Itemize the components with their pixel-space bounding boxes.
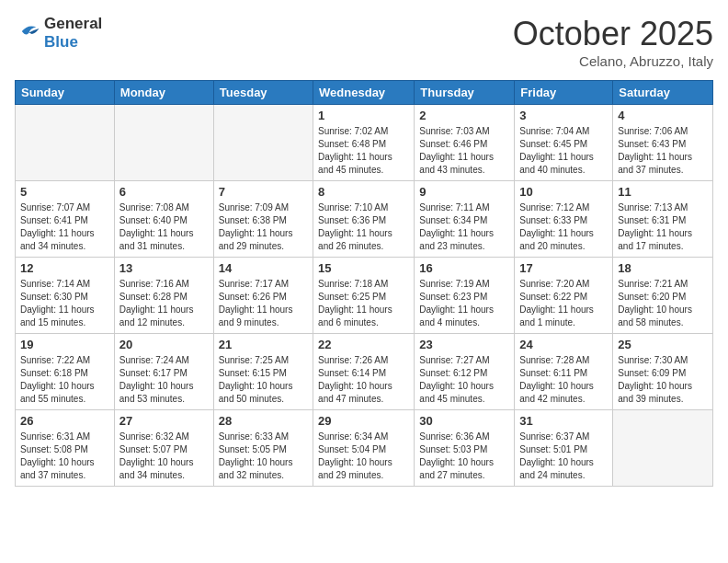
calendar-week-row: 19Sunrise: 7:22 AM Sunset: 6:18 PM Dayli… bbox=[16, 334, 713, 410]
calendar-cell: 10Sunrise: 7:12 AM Sunset: 6:33 PM Dayli… bbox=[515, 181, 613, 258]
weekday-header: Saturday bbox=[613, 81, 713, 105]
calendar-cell: 27Sunrise: 6:32 AM Sunset: 5:07 PM Dayli… bbox=[114, 410, 213, 487]
day-number: 26 bbox=[20, 414, 109, 428]
day-number: 16 bbox=[419, 261, 509, 275]
calendar-cell: 19Sunrise: 7:22 AM Sunset: 6:18 PM Dayli… bbox=[16, 334, 115, 410]
day-number: 29 bbox=[318, 414, 409, 428]
day-info: Sunrise: 7:18 AM Sunset: 6:25 PM Dayligh… bbox=[318, 278, 409, 329]
location: Celano, Abruzzo, Italy bbox=[513, 53, 713, 69]
logo-blue: Blue bbox=[44, 33, 78, 51]
day-info: Sunrise: 6:34 AM Sunset: 5:04 PM Dayligh… bbox=[318, 431, 409, 482]
day-number: 13 bbox=[119, 261, 209, 275]
calendar-cell: 25Sunrise: 7:30 AM Sunset: 6:09 PM Dayli… bbox=[613, 334, 713, 410]
title-block: October 2025 Celano, Abruzzo, Italy bbox=[513, 15, 713, 69]
day-info: Sunrise: 7:17 AM Sunset: 6:26 PM Dayligh… bbox=[219, 278, 308, 329]
weekday-header: Tuesday bbox=[213, 81, 313, 105]
day-info: Sunrise: 7:16 AM Sunset: 6:28 PM Dayligh… bbox=[119, 278, 209, 329]
day-info: Sunrise: 7:07 AM Sunset: 6:41 PM Dayligh… bbox=[20, 201, 109, 253]
day-number: 11 bbox=[618, 185, 708, 199]
day-info: Sunrise: 7:24 AM Sunset: 6:17 PM Dayligh… bbox=[119, 354, 209, 406]
day-info: Sunrise: 7:06 AM Sunset: 6:43 PM Dayligh… bbox=[618, 125, 708, 177]
day-info: Sunrise: 7:14 AM Sunset: 6:30 PM Dayligh… bbox=[20, 278, 109, 329]
bird-icon bbox=[15, 21, 40, 41]
calendar-cell: 23Sunrise: 7:27 AM Sunset: 6:12 PM Dayli… bbox=[415, 334, 515, 410]
day-number: 14 bbox=[219, 261, 308, 275]
day-number: 15 bbox=[318, 261, 409, 275]
calendar-week-row: 1Sunrise: 7:02 AM Sunset: 6:48 PM Daylig… bbox=[16, 105, 713, 181]
calendar-cell: 30Sunrise: 6:36 AM Sunset: 5:03 PM Dayli… bbox=[415, 410, 515, 487]
calendar-cell: 20Sunrise: 7:24 AM Sunset: 6:17 PM Dayli… bbox=[114, 334, 213, 410]
calendar-table: SundayMondayTuesdayWednesdayThursdayFrid… bbox=[15, 80, 713, 487]
day-number: 30 bbox=[419, 414, 509, 428]
calendar-cell: 24Sunrise: 7:28 AM Sunset: 6:11 PM Dayli… bbox=[515, 334, 613, 410]
day-number: 8 bbox=[318, 185, 409, 199]
day-number: 17 bbox=[519, 261, 608, 275]
day-number: 21 bbox=[219, 338, 308, 351]
day-info: Sunrise: 7:21 AM Sunset: 6:20 PM Dayligh… bbox=[618, 278, 708, 329]
calendar-cell: 8Sunrise: 7:10 AM Sunset: 6:36 PM Daylig… bbox=[313, 181, 415, 258]
calendar-cell: 12Sunrise: 7:14 AM Sunset: 6:30 PM Dayli… bbox=[16, 258, 115, 334]
day-number: 18 bbox=[618, 261, 708, 275]
calendar-cell: 5Sunrise: 7:07 AM Sunset: 6:41 PM Daylig… bbox=[16, 181, 115, 258]
calendar-cell: 22Sunrise: 7:26 AM Sunset: 6:14 PM Dayli… bbox=[313, 334, 415, 410]
weekday-header: Sunday bbox=[16, 81, 115, 105]
calendar-cell: 1Sunrise: 7:02 AM Sunset: 6:48 PM Daylig… bbox=[313, 105, 415, 181]
day-info: Sunrise: 7:04 AM Sunset: 6:45 PM Dayligh… bbox=[519, 125, 608, 177]
day-number: 31 bbox=[519, 414, 608, 428]
day-number: 25 bbox=[618, 338, 708, 351]
day-info: Sunrise: 7:28 AM Sunset: 6:11 PM Dayligh… bbox=[519, 354, 608, 406]
day-info: Sunrise: 7:22 AM Sunset: 6:18 PM Dayligh… bbox=[20, 354, 109, 406]
day-number: 23 bbox=[419, 338, 509, 351]
day-info: Sunrise: 7:11 AM Sunset: 6:34 PM Dayligh… bbox=[419, 201, 509, 253]
day-number: 1 bbox=[318, 109, 409, 122]
day-info: Sunrise: 6:32 AM Sunset: 5:07 PM Dayligh… bbox=[119, 431, 209, 482]
calendar-cell: 6Sunrise: 7:08 AM Sunset: 6:40 PM Daylig… bbox=[114, 181, 213, 258]
calendar-cell: 13Sunrise: 7:16 AM Sunset: 6:28 PM Dayli… bbox=[114, 258, 213, 334]
day-number: 2 bbox=[419, 109, 509, 122]
calendar-cell bbox=[613, 410, 713, 487]
day-number: 28 bbox=[219, 414, 308, 428]
calendar-cell: 9Sunrise: 7:11 AM Sunset: 6:34 PM Daylig… bbox=[415, 181, 515, 258]
day-info: Sunrise: 7:30 AM Sunset: 6:09 PM Dayligh… bbox=[618, 354, 708, 406]
day-number: 5 bbox=[20, 185, 109, 199]
calendar-cell: 11Sunrise: 7:13 AM Sunset: 6:31 PM Dayli… bbox=[613, 181, 713, 258]
calendar-cell: 26Sunrise: 6:31 AM Sunset: 5:08 PM Dayli… bbox=[16, 410, 115, 487]
page-header: General Blue October 2025 Celano, Abruzz… bbox=[15, 15, 713, 69]
day-info: Sunrise: 6:31 AM Sunset: 5:08 PM Dayligh… bbox=[20, 431, 109, 482]
day-info: Sunrise: 6:33 AM Sunset: 5:05 PM Dayligh… bbox=[219, 431, 308, 482]
day-number: 7 bbox=[219, 185, 308, 199]
weekday-header-row: SundayMondayTuesdayWednesdayThursdayFrid… bbox=[16, 81, 713, 105]
day-info: Sunrise: 7:19 AM Sunset: 6:23 PM Dayligh… bbox=[419, 278, 509, 329]
day-number: 27 bbox=[119, 414, 209, 428]
calendar-cell: 15Sunrise: 7:18 AM Sunset: 6:25 PM Dayli… bbox=[313, 258, 415, 334]
calendar-week-row: 5Sunrise: 7:07 AM Sunset: 6:41 PM Daylig… bbox=[16, 181, 713, 258]
day-number: 4 bbox=[618, 109, 708, 122]
day-number: 9 bbox=[419, 185, 509, 199]
calendar-cell bbox=[16, 105, 115, 181]
day-info: Sunrise: 7:25 AM Sunset: 6:15 PM Dayligh… bbox=[219, 354, 308, 406]
day-info: Sunrise: 7:02 AM Sunset: 6:48 PM Dayligh… bbox=[318, 125, 409, 177]
day-info: Sunrise: 6:36 AM Sunset: 5:03 PM Dayligh… bbox=[419, 431, 509, 482]
calendar-cell: 2Sunrise: 7:03 AM Sunset: 6:46 PM Daylig… bbox=[415, 105, 515, 181]
calendar-cell: 16Sunrise: 7:19 AM Sunset: 6:23 PM Dayli… bbox=[415, 258, 515, 334]
day-number: 12 bbox=[20, 261, 109, 275]
day-info: Sunrise: 7:09 AM Sunset: 6:38 PM Dayligh… bbox=[219, 201, 308, 253]
day-number: 10 bbox=[519, 185, 608, 199]
day-info: Sunrise: 7:20 AM Sunset: 6:22 PM Dayligh… bbox=[519, 278, 608, 329]
day-number: 20 bbox=[119, 338, 209, 351]
day-info: Sunrise: 7:13 AM Sunset: 6:31 PM Dayligh… bbox=[618, 201, 708, 253]
calendar-cell: 21Sunrise: 7:25 AM Sunset: 6:15 PM Dayli… bbox=[213, 334, 313, 410]
day-info: Sunrise: 6:37 AM Sunset: 5:01 PM Dayligh… bbox=[519, 431, 608, 482]
calendar-cell: 17Sunrise: 7:20 AM Sunset: 6:22 PM Dayli… bbox=[515, 258, 613, 334]
day-number: 6 bbox=[119, 185, 209, 199]
calendar-cell bbox=[114, 105, 213, 181]
calendar-cell: 3Sunrise: 7:04 AM Sunset: 6:45 PM Daylig… bbox=[515, 105, 613, 181]
weekday-header: Wednesday bbox=[313, 81, 415, 105]
logo-general: General bbox=[44, 15, 102, 32]
calendar-cell: 31Sunrise: 6:37 AM Sunset: 5:01 PM Dayli… bbox=[515, 410, 613, 487]
calendar-cell: 7Sunrise: 7:09 AM Sunset: 6:38 PM Daylig… bbox=[213, 181, 313, 258]
month-title: October 2025 bbox=[513, 15, 713, 53]
day-info: Sunrise: 7:03 AM Sunset: 6:46 PM Dayligh… bbox=[419, 125, 509, 177]
weekday-header: Friday bbox=[515, 81, 613, 105]
day-info: Sunrise: 7:12 AM Sunset: 6:33 PM Dayligh… bbox=[519, 201, 608, 253]
